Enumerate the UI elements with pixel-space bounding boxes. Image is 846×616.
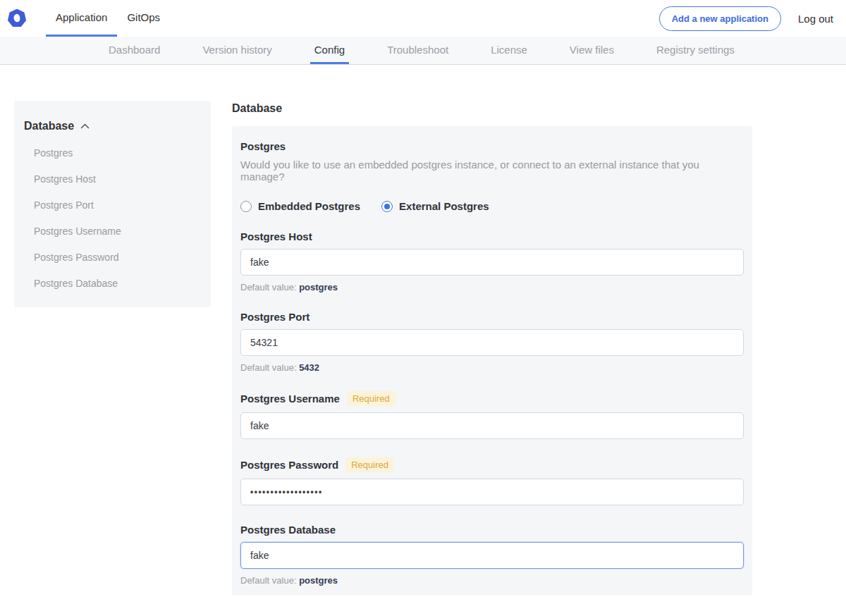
postgres-port-default-hint: Default value: 5432 — [240, 362, 744, 373]
sidebar-item-postgres[interactable]: Postgres — [34, 147, 200, 159]
postgres-password-input[interactable] — [240, 479, 744, 505]
subnav-view-files[interactable]: View files — [565, 37, 618, 64]
database-config-panel: Postgres Would you like to use an embedd… — [232, 126, 752, 596]
postgres-group-help: Would you like to use an embedded postgr… — [240, 159, 744, 183]
header-right: Add a new application Log out — [659, 0, 846, 37]
sidebar-item-postgres-port[interactable]: Postgres Port — [34, 199, 200, 211]
field-postgres-password: Postgres Password Required — [240, 457, 744, 472]
content-area: Database Postgres Postgres Host Postgres… — [0, 65, 846, 616]
postgres-database-default-hint: Default value: postgres — [240, 575, 744, 586]
postgres-database-input[interactable] — [240, 542, 744, 569]
radio-embedded-postgres-label: Embedded Postgres — [258, 200, 360, 212]
page-title: Database — [232, 102, 752, 115]
field-postgres-host: Postgres Host — [240, 230, 744, 242]
postgres-host-label: Postgres Host — [240, 230, 312, 242]
default-value: postgres — [299, 575, 338, 586]
app-logo-icon — [8, 9, 26, 27]
subnav-dashboard[interactable]: Dashboard — [104, 37, 164, 64]
config-sidebar: Database Postgres Postgres Host Postgres… — [14, 101, 211, 307]
default-value: postgres — [299, 282, 338, 292]
postgres-radio-group: Embedded Postgres External Postgres — [240, 200, 744, 212]
add-new-application-button[interactable]: Add a new application — [659, 6, 781, 31]
field-postgres-port: Postgres Port — [240, 311, 744, 323]
app-subnav: Dashboard Version history Config Trouble… — [0, 37, 846, 65]
radio-external-postgres-label: External Postgres — [399, 200, 489, 212]
radio-external-postgres[interactable]: External Postgres — [381, 200, 489, 212]
top-header: Application GitOps Add a new application… — [0, 0, 846, 37]
subnav-license[interactable]: License — [486, 37, 532, 64]
radio-unselected-icon — [240, 201, 252, 212]
radio-embedded-postgres[interactable]: Embedded Postgres — [240, 200, 360, 212]
default-prefix: Default value: — [240, 282, 297, 292]
sidebar-item-postgres-host[interactable]: Postgres Host — [34, 173, 200, 185]
postgres-port-input[interactable] — [240, 329, 744, 356]
sidebar-item-postgres-database[interactable]: Postgres Database — [34, 278, 200, 289]
radio-selected-icon — [381, 201, 393, 212]
postgres-password-label: Postgres Password — [240, 459, 338, 471]
field-postgres-database: Postgres Database — [240, 524, 744, 536]
postgres-host-input[interactable] — [240, 249, 744, 276]
sidebar-item-postgres-username[interactable]: Postgres Username — [34, 226, 200, 237]
subnav-registry-settings[interactable]: Registry settings — [652, 37, 739, 64]
app-logo[interactable] — [0, 0, 26, 37]
chevron-up-icon — [80, 123, 90, 129]
postgres-group-label: Postgres — [240, 140, 744, 152]
subnav-version-history[interactable]: Version history — [198, 37, 276, 64]
postgres-username-label: Postgres Username — [240, 393, 340, 405]
default-prefix: Default value: — [240, 575, 297, 586]
sidebar-item-postgres-password[interactable]: Postgres Password — [34, 252, 200, 263]
subnav-troubleshoot[interactable]: Troubleshoot — [383, 37, 453, 64]
default-prefix: Default value: — [240, 362, 297, 373]
default-value: 5432 — [299, 362, 319, 373]
sidebar-group-database-label: Database — [24, 120, 74, 133]
postgres-database-label: Postgres Database — [240, 524, 336, 536]
tab-application[interactable]: Application — [46, 0, 117, 37]
required-badge: Required — [345, 457, 394, 472]
tab-application-label: Application — [56, 11, 107, 23]
tab-gitops[interactable]: GitOps — [117, 0, 170, 37]
postgres-username-input[interactable] — [240, 412, 744, 439]
postgres-port-label: Postgres Port — [240, 311, 309, 323]
subnav-config[interactable]: Config — [310, 37, 349, 64]
field-postgres-username: Postgres Username Required — [240, 391, 744, 406]
config-main: Database Postgres Would you like to use … — [232, 101, 752, 616]
app-tabs: Application GitOps — [46, 0, 170, 37]
tab-gitops-label: GitOps — [127, 11, 160, 23]
logout-link[interactable]: Log out — [798, 13, 833, 25]
required-badge: Required — [347, 391, 396, 406]
postgres-host-default-hint: Default value: postgres — [240, 282, 744, 292]
sidebar-group-database[interactable]: Database — [24, 120, 200, 133]
